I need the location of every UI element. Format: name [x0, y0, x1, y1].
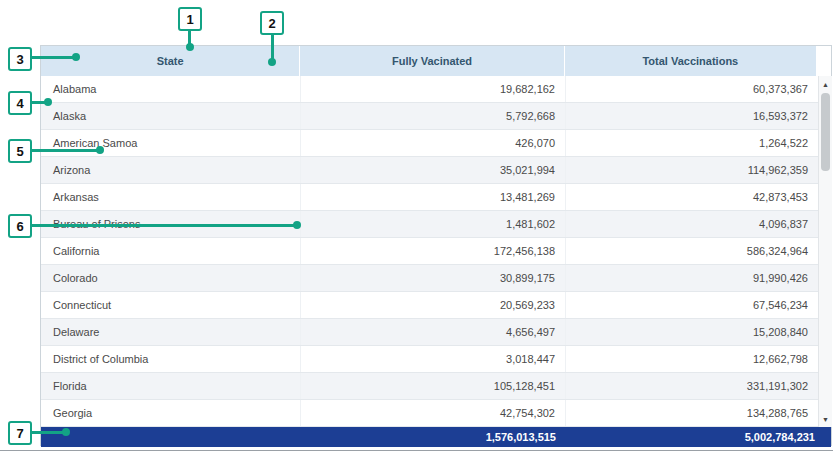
table-row[interactable]: Florida105,128,451331,191,302 — [41, 373, 819, 400]
total-vaccinations-cell: 67,546,234 — [566, 292, 819, 318]
annotation-callout-5: 5 — [8, 139, 32, 163]
fully-vaccinated-cell: 172,456,138 — [301, 238, 566, 264]
total-vaccinations-cell: 15,208,840 — [566, 319, 819, 345]
scroll-up-arrow-icon[interactable]: ▲ — [819, 77, 832, 91]
state-cell: District of Columbia — [41, 346, 301, 372]
total-vaccinations-cell: 5,002,784,231 — [566, 427, 831, 447]
annotation-dot-5 — [96, 146, 104, 154]
annotation-dot-7 — [62, 428, 70, 436]
fully-vaccinated-cell: 42,754,302 — [301, 400, 566, 426]
state-cell: Georgia — [41, 400, 301, 426]
table-row[interactable]: Alabama19,682,16260,373,367 — [41, 76, 819, 103]
total-vaccinations-cell: 12,662,798 — [566, 346, 819, 372]
state-cell: Alabama — [41, 76, 301, 102]
fully-vaccinated-cell: 3,018,447 — [301, 346, 566, 372]
scroll-down-arrow-icon[interactable]: ▼ — [819, 412, 832, 426]
table-row[interactable]: California172,456,138586,324,964 — [41, 238, 819, 265]
fully-vaccinated-cell: 20,569,233 — [301, 292, 566, 318]
fully-vaccinated-cell: 1,481,602 — [301, 211, 566, 237]
table-row[interactable]: Delaware4,656,49715,208,840 — [41, 319, 819, 346]
annotation-line-6 — [32, 224, 294, 227]
total-vaccinations-cell: 331,191,302 — [566, 373, 819, 399]
total-vaccinations-cell: 16,593,372 — [566, 103, 819, 129]
table-row[interactable]: American Samoa426,0701,264,522 — [41, 130, 819, 157]
table-row[interactable]: District of Columbia3,018,44712,662,798 — [41, 346, 819, 373]
annotation-callout-7: 7 — [8, 421, 32, 445]
header-scrollbar-corner — [817, 46, 831, 76]
annotation-line-5 — [32, 149, 100, 152]
annotation-line-7 — [32, 431, 64, 434]
column-header-fully-vaccinated[interactable]: Fully Vacinated — [300, 46, 564, 76]
annotation-line-3 — [32, 56, 74, 59]
fully-vaccinated-cell: 13,481,269 — [301, 184, 566, 210]
column-header-state[interactable]: State — [41, 46, 300, 76]
table-row[interactable]: Arizona35,021,994114,962,359 — [41, 157, 819, 184]
total-vaccinations-cell: 586,324,964 — [566, 238, 819, 264]
state-cell: Colorado — [41, 265, 301, 291]
vaccination-data-table: State Fully Vacinated Total Vaccinations… — [40, 45, 832, 446]
state-cell: California — [41, 238, 301, 264]
fully-vaccinated-cell: 4,656,497 — [301, 319, 566, 345]
annotation-callout-4: 4 — [8, 91, 32, 115]
table-row[interactable]: Colorado30,899,17591,990,426 — [41, 265, 819, 292]
annotation-dot-4 — [44, 98, 52, 106]
table-row[interactable]: Arkansas13,481,26942,873,453 — [41, 184, 819, 211]
state-cell: Arizona — [41, 157, 301, 183]
fully-vaccinated-cell: 5,792,668 — [301, 103, 566, 129]
state-cell: Connecticut — [41, 292, 301, 318]
state-cell: Florida — [41, 373, 301, 399]
vertical-scrollbar[interactable]: ▲ ▼ — [818, 76, 832, 427]
screenshot-canvas: State Fully Vacinated Total Vaccinations… — [0, 0, 833, 453]
annotation-callout-6: 6 — [8, 214, 32, 238]
state-cell: American Samoa — [41, 130, 301, 156]
fully-vaccinated-cell: 35,021,994 — [301, 157, 566, 183]
total-vaccinations-cell: 134,288,765 — [566, 400, 819, 426]
annotation-callout-2: 2 — [260, 11, 284, 35]
total-vaccinations-cell: 4,096,837 — [566, 211, 819, 237]
state-cell: Arkansas — [41, 184, 301, 210]
table-row[interactable]: Connecticut20,569,23367,546,234 — [41, 292, 819, 319]
total-fully-vaccinated-cell: 1,576,013,515 — [301, 427, 566, 447]
state-cell: Alaska — [41, 103, 301, 129]
fully-vaccinated-cell: 426,070 — [301, 130, 566, 156]
scrollbar-thumb[interactable] — [821, 93, 830, 171]
table-body: Alabama19,682,16260,373,367Alaska5,792,6… — [41, 76, 819, 427]
total-vaccinations-cell: 91,990,426 — [566, 265, 819, 291]
window-bottom-border — [0, 450, 833, 451]
table-row[interactable]: Alaska5,792,66816,593,372 — [41, 103, 819, 130]
fully-vaccinated-cell: 19,682,162 — [301, 76, 566, 102]
annotation-dot-1 — [186, 43, 194, 51]
total-vaccinations-cell: 1,264,522 — [566, 130, 819, 156]
total-vaccinations-cell: 114,962,359 — [566, 157, 819, 183]
annotation-callout-3: 3 — [8, 47, 32, 71]
annotation-dot-6 — [293, 221, 301, 229]
column-header-total-vaccinations[interactable]: Total Vaccinations — [565, 46, 817, 76]
state-cell: Delaware — [41, 319, 301, 345]
total-row-state-cell — [41, 427, 301, 447]
fully-vaccinated-cell: 30,899,175 — [301, 265, 566, 291]
fully-vaccinated-cell: 105,128,451 — [301, 373, 566, 399]
annotation-callout-1: 1 — [178, 7, 202, 31]
total-vaccinations-cell: 60,373,367 — [566, 76, 819, 102]
annotation-dot-3 — [72, 53, 80, 61]
total-vaccinations-cell: 42,873,453 — [566, 184, 819, 210]
table-total-row: 1,576,013,515 5,002,784,231 — [41, 427, 831, 447]
table-row[interactable]: Georgia42,754,302134,288,765 — [41, 400, 819, 427]
table-header-row: State Fully Vacinated Total Vaccinations — [41, 46, 831, 76]
annotation-dot-2 — [268, 58, 276, 66]
